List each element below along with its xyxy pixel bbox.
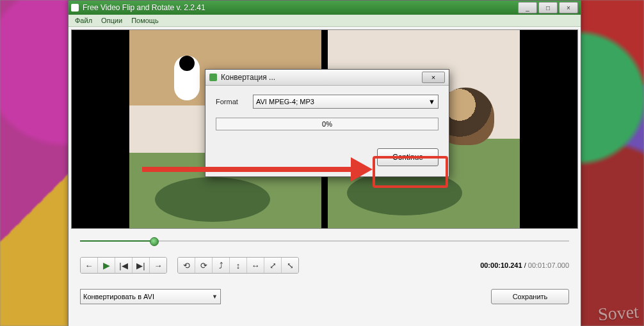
titlebar[interactable]: Free Video Flip and Rotate v. 2.2.41 _ □… [68,1,581,15]
format-select-value: AVI MPEG-4; MP3 [256,98,314,105]
close-button[interactable]: × [559,2,578,13]
format-combo-label: Конвертировать в AVI [83,293,154,300]
flip-diag2-button[interactable]: ⤡ [282,258,298,273]
dialog-title: Конвертация ... [221,73,422,82]
menubar: Файл Опции Помощь [68,15,581,27]
continue-button[interactable]: Continue [377,148,439,166]
dialog-icon [209,74,217,81]
progress-text: 0% [322,120,332,128]
seek-slider[interactable] [80,237,569,245]
minimize-button[interactable]: _ [518,2,537,13]
format-combo[interactable]: Конвертировать в AVI ▼ [80,289,221,304]
rotate-cw-button[interactable]: ⟳ [195,258,213,273]
toolbar: ← ▶ |◀ ▶| → ⟲ ⟳ ⤴ ↕ ↔ ⤢ ⤡ 00:00:10.241 /… [80,257,569,274]
rotate-ccw-button[interactable]: ⟲ [178,258,195,273]
step-back-button[interactable]: ← [81,258,98,273]
flip-1-button[interactable]: ⤴ [213,258,230,273]
pet-bed-graphic [155,177,270,222]
play-button[interactable]: ▶ [98,258,115,273]
step-forward-button[interactable]: → [150,258,166,273]
menu-file[interactable]: Файл [75,17,92,24]
chevron-down-icon: ▼ [212,293,218,300]
time-sep: / [524,261,526,269]
format-select[interactable]: AVI MPEG-4; MP3 ▼ [253,95,439,109]
dialog-titlebar[interactable]: Конвертация ... × [205,70,449,86]
transport-group: ← ▶ |◀ ▶| → [80,257,167,274]
bottom-bar: Конвертировать в AVI ▼ Сохранить [80,289,569,304]
dialog-close-button[interactable]: × [422,72,445,83]
prev-frame-button[interactable]: |◀ [115,258,133,273]
dog-graphic [174,56,200,100]
menu-help[interactable]: Помощь [131,17,159,24]
format-label: Format [216,98,248,105]
next-frame-button[interactable]: ▶| [133,258,150,273]
time-total: 00:01:07.000 [528,261,569,269]
app-icon [71,4,79,12]
flip-h-button[interactable]: ↔ [247,258,264,273]
chevron-down-icon: ▼ [428,98,435,105]
flip-diag1-button[interactable]: ⤢ [264,258,282,273]
rotate-group: ⟲ ⟳ ⤴ ↕ ↔ ⤢ ⤡ [177,257,299,274]
window-title: Free Video Flip and Rotate v. 2.2.41 [83,3,518,12]
conversion-dialog: Конвертация ... × Format AVI MPEG-4; MP3… [205,69,449,177]
time-current: 00:00:10.241 [480,261,522,269]
menu-options[interactable]: Опции [101,17,122,24]
save-button[interactable]: Сохранить [491,289,569,304]
time-display: 00:00:10.241 / 00:01:07.000 [480,261,569,269]
seek-thumb[interactable] [150,237,159,246]
maximize-button[interactable]: □ [538,2,558,13]
progress-bar: 0% [216,118,439,130]
pet-bed-graphic [347,171,462,215]
flip-v-button[interactable]: ↕ [230,258,247,273]
